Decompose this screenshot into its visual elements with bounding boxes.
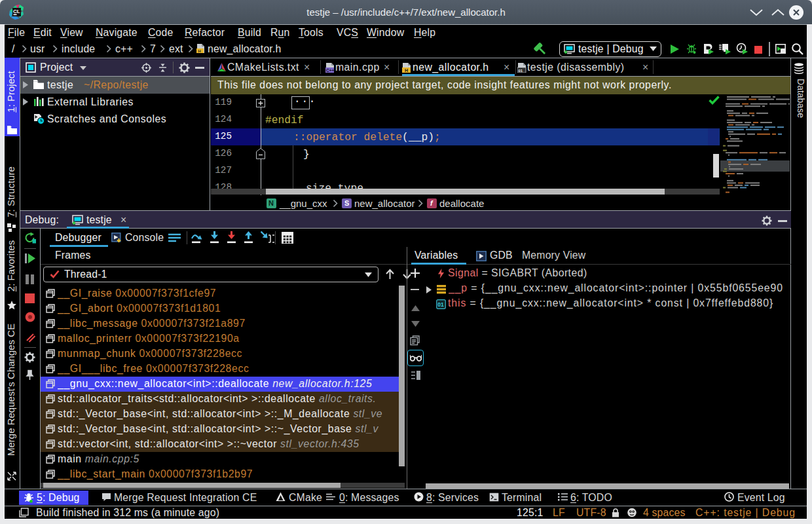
svg-text:H: H — [405, 68, 408, 73]
svg-text:C++: C++ — [326, 68, 334, 73]
svg-text:H: H — [198, 49, 201, 53]
svg-text:01: 01 — [519, 69, 523, 73]
svg-text:01: 01 — [437, 301, 444, 308]
